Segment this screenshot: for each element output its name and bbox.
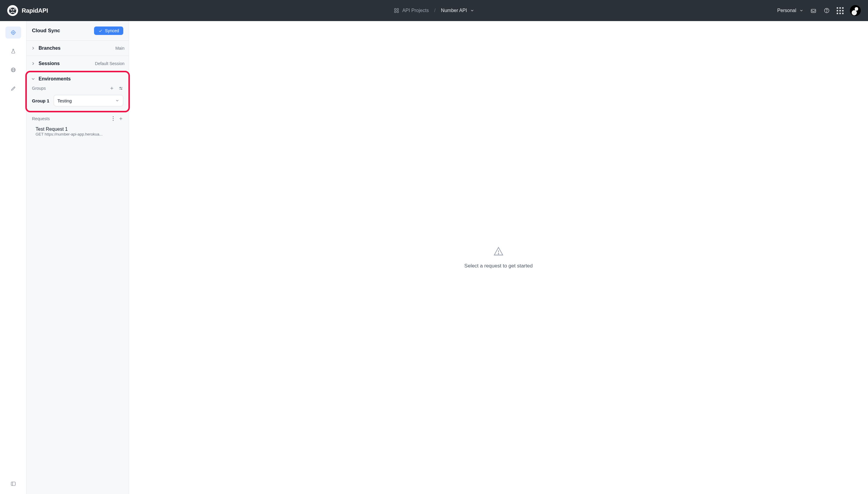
svg-point-1 [11, 9, 12, 11]
brand-name: RapidAPI [22, 7, 48, 14]
help-icon [824, 7, 830, 14]
svg-point-29 [498, 253, 499, 254]
chevron-down-icon [31, 77, 36, 81]
environment-select[interactable]: Testing [54, 95, 123, 106]
svg-point-10 [12, 32, 14, 34]
apps-button[interactable] [837, 7, 843, 14]
svg-rect-3 [394, 8, 396, 10]
breadcrumb: API Projects / Number API [394, 8, 474, 13]
pencil-icon [11, 86, 16, 91]
grid-icon [394, 8, 399, 13]
project-switcher[interactable]: Number API [441, 8, 474, 13]
svg-point-0 [9, 7, 16, 14]
inbox-icon [810, 7, 816, 14]
warning-icon [493, 246, 504, 256]
main-empty-state: Select a request to get started [129, 21, 868, 494]
svg-rect-18 [11, 482, 15, 486]
breadcrumb-separator: / [434, 8, 436, 13]
top-bar: RapidAPI API Projects / Number API Perso… [0, 0, 868, 21]
avatar[interactable] [850, 5, 861, 16]
globe-icon [11, 67, 16, 73]
rail-tab-requests[interactable] [5, 26, 21, 39]
left-rail [0, 21, 26, 494]
chevron-right-icon [31, 46, 36, 51]
sessions-value: Default Session [95, 61, 125, 66]
inbox-button[interactable] [810, 7, 817, 14]
request-item[interactable]: Test Request 1 GET https://number-api-ap… [26, 124, 129, 139]
svg-rect-4 [397, 8, 399, 10]
requests-label: Requests [32, 116, 50, 121]
help-button[interactable] [824, 7, 830, 14]
sessions-label: Sessions [39, 61, 60, 66]
brand-logo-icon [7, 5, 18, 16]
workspace-name: Personal [777, 8, 796, 13]
branches-value: Main [115, 46, 125, 51]
cloud-sync-title: Cloud Sync [32, 28, 60, 34]
requests-more-button[interactable] [113, 116, 114, 121]
environments-header[interactable]: Environments [26, 71, 129, 84]
empty-state-message: Select a request to get started [464, 263, 533, 269]
environment-selected-value: Testing [58, 98, 72, 103]
plus-icon[interactable] [118, 116, 123, 121]
request-name: Test Request 1 [36, 127, 123, 132]
branches-row[interactable]: Branches Main [26, 41, 129, 56]
check-icon [98, 28, 103, 33]
svg-point-8 [826, 12, 827, 12]
environments-section: Environments Groups Group 1 Testing [26, 71, 129, 112]
chevron-down-icon [799, 8, 804, 13]
current-project-name: Number API [441, 8, 467, 13]
chevron-down-icon [115, 98, 119, 103]
rail-tab-network[interactable] [5, 64, 21, 76]
rail-tab-tests[interactable] [5, 45, 21, 57]
plus-icon[interactable] [109, 86, 114, 91]
chevron-right-icon [31, 61, 36, 66]
flask-icon [11, 49, 16, 54]
sessions-row[interactable]: Sessions Default Session [26, 56, 129, 71]
request-url: GET https://number-api-app.herokua... [36, 132, 114, 136]
rail-collapse-button[interactable] [5, 478, 21, 490]
rail-tab-edit[interactable] [5, 82, 21, 95]
panel-collapse-icon [11, 481, 16, 487]
side-panel: Cloud Sync Synced Branches Main Se [26, 21, 129, 494]
apps-grid-icon [837, 7, 844, 14]
synced-badge[interactable]: Synced [94, 26, 123, 35]
svg-rect-5 [394, 11, 396, 13]
sliders-icon[interactable] [118, 86, 123, 91]
chevron-down-icon [470, 8, 474, 13]
svg-point-2 [13, 9, 15, 11]
workspace-switcher[interactable]: Personal [777, 8, 804, 13]
groups-label: Groups [32, 86, 46, 91]
brand[interactable]: RapidAPI [7, 5, 48, 16]
svg-point-9 [12, 31, 15, 34]
api-projects-link[interactable]: API Projects [394, 8, 429, 13]
svg-rect-6 [397, 11, 399, 13]
target-icon [11, 30, 16, 35]
topbar-right: Personal [777, 5, 861, 16]
synced-label: Synced [105, 28, 119, 33]
group-name: Group 1 [32, 98, 50, 103]
api-projects-label: API Projects [402, 8, 429, 13]
environments-label: Environments [39, 76, 71, 82]
branches-label: Branches [39, 45, 60, 51]
